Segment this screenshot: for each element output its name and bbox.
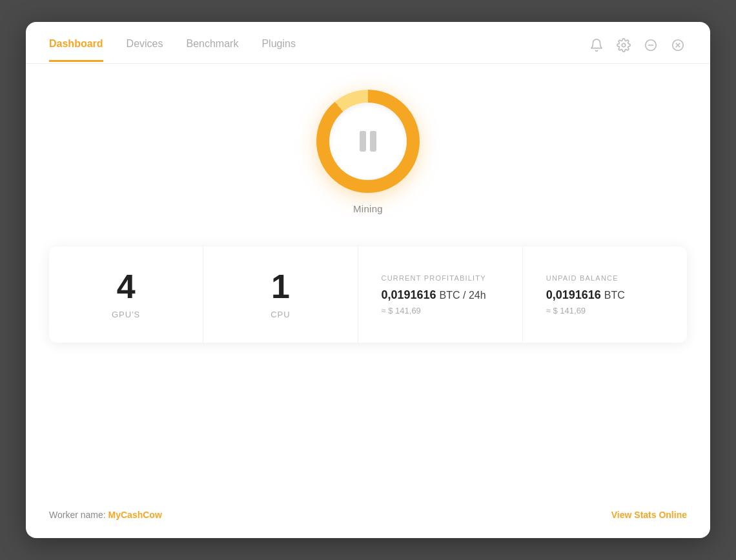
nav-actions — [588, 36, 687, 63]
settings-icon[interactable] — [615, 36, 633, 54]
mining-ring[interactable] — [316, 90, 420, 193]
app-window: Dashboard Devices Benchmark Plugins — [26, 22, 710, 538]
bell-icon[interactable] — [588, 36, 606, 54]
gpu-label: GPU'S — [112, 310, 140, 319]
balance-usd: ≈ $ 141,69 — [546, 306, 586, 315]
cpu-stat-cell: 1 CPU — [203, 246, 358, 343]
profitability-label: CURRENT PROFITABILITY — [382, 274, 486, 282]
worker-info: Worker name: MyCashCow — [49, 510, 162, 520]
balance-label: UNPAID BALANCE — [546, 274, 618, 282]
gpu-count: 4 — [117, 270, 136, 303]
main-content: Mining 4 GPU'S 1 CPU CURRENT PROFITABILI… — [26, 64, 710, 492]
mining-button[interactable] — [316, 90, 420, 193]
pause-bar-left — [360, 131, 366, 152]
balance-cell: UNPAID BALANCE 0,0191616 BTC ≈ $ 141,69 — [523, 246, 687, 343]
pause-bar-right — [370, 131, 376, 152]
tab-dashboard[interactable]: Dashboard — [49, 38, 103, 62]
balance-value: 0,0191616 BTC — [546, 288, 625, 302]
minimize-icon[interactable] — [642, 36, 660, 54]
pause-icon — [360, 131, 376, 152]
profitability-usd: ≈ $ 141,69 — [382, 306, 421, 315]
nav-bar: Dashboard Devices Benchmark Plugins — [26, 22, 710, 64]
footer-bar: Worker name: MyCashCow View Stats Online — [26, 492, 710, 538]
tab-devices[interactable]: Devices — [127, 38, 163, 62]
close-icon[interactable] — [669, 36, 687, 54]
mining-ring-inner — [329, 103, 407, 180]
cpu-label: CPU — [271, 310, 290, 319]
mining-section: Mining — [316, 90, 420, 214]
tab-benchmark[interactable]: Benchmark — [186, 38, 238, 62]
worker-prefix: Worker name: — [49, 510, 108, 520]
profitability-cell: CURRENT PROFITABILITY 0,0191616 BTC / 24… — [358, 246, 523, 343]
mining-status-label: Mining — [353, 203, 383, 214]
view-stats-link[interactable]: View Stats Online — [611, 510, 687, 520]
tab-plugins[interactable]: Plugins — [261, 38, 295, 62]
cpu-count: 1 — [271, 270, 290, 303]
stats-row: 4 GPU'S 1 CPU CURRENT PROFITABILITY 0,01… — [49, 246, 687, 343]
gpu-stat-cell: 4 GPU'S — [49, 246, 203, 343]
nav-tabs: Dashboard Devices Benchmark Plugins — [49, 38, 296, 62]
profitability-value: 0,0191616 BTC / 24h — [382, 288, 486, 302]
worker-name: MyCashCow — [108, 510, 162, 520]
svg-point-0 — [622, 43, 626, 47]
